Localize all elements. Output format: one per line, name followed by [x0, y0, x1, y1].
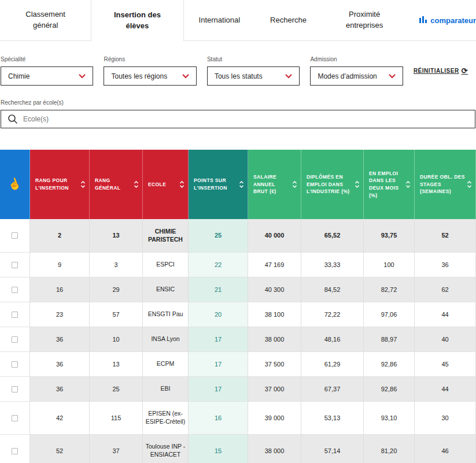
tab-label: Recherche	[270, 15, 307, 26]
cell-industrie: 67,37	[301, 377, 364, 401]
sort-icon	[134, 180, 139, 188]
col-header-rang-general[interactable]: RANG GÉNÉRAL	[90, 150, 143, 219]
table-header: ☝ RANG POUR L'INSERTION RANG GÉNÉRAL ECO…	[0, 150, 476, 219]
col-header-label: DIPLÔMÉS EN EMPLOI DANS L'INDUSTRIE (%)	[307, 173, 353, 195]
col-header-label: DURÉE OBL. DES STAGES (SEMAINES)	[420, 173, 465, 195]
tab-international[interactable]: International	[184, 0, 256, 40]
table-row: 36 10 INSA Lyon 17 38 000 48,16 88,97 40	[0, 327, 476, 352]
select-value: Chimie	[8, 72, 29, 80]
row-select-cell	[0, 435, 30, 463]
col-header-diplomes-industrie[interactable]: DIPLÔMÉS EN EMPLOI DANS L'INDUSTRIE (%)	[301, 150, 364, 219]
cell-rang-general: 3	[90, 253, 143, 277]
cell-deux-mois: 93,75	[364, 219, 415, 252]
cell-industrie: 61,29	[301, 352, 364, 376]
sort-icon	[80, 180, 86, 188]
select-value: Tous les statuts	[215, 72, 263, 80]
cell-deux-mois: 100	[364, 253, 415, 277]
row-checkbox[interactable]	[12, 312, 18, 318]
filter-regions: Régions Toutes les régions	[104, 56, 196, 86]
cell-deux-mois: 92,86	[364, 377, 415, 401]
col-header-emploi-deux-mois[interactable]: EN EMPLOI DANS LES DEUX MOIS (%)	[364, 150, 415, 219]
cell-salaire: 40 000	[248, 219, 301, 252]
regions-select[interactable]: Toutes les régions	[104, 66, 196, 86]
filter-admission: Admission Modes d'admission	[310, 56, 403, 86]
col-header-label: ECOLE	[148, 181, 178, 188]
cell-salaire: 37 500	[248, 352, 301, 376]
sort-icon	[405, 180, 411, 188]
cell-industrie: 72,22	[301, 302, 364, 327]
cell-ecole: INSA Lyon	[143, 327, 189, 351]
cell-deux-mois: 88,97	[364, 327, 415, 351]
tab-recherche[interactable]: Recherche	[255, 0, 322, 40]
row-select-cell	[0, 253, 30, 277]
cell-deux-mois: 82,72	[364, 277, 415, 302]
col-header-duree-stages[interactable]: DURÉE OBL. DES STAGES (SEMAINES)	[415, 150, 476, 219]
col-header-rang-insertion[interactable]: RANG POUR L'INSERTION	[30, 150, 90, 219]
cell-salaire: 40 300	[248, 277, 301, 302]
tab-insertion-des-eleves[interactable]: Insertion des élèves	[91, 0, 183, 41]
cell-ecole: ESPCI	[143, 253, 189, 277]
reset-filters-link[interactable]: RÉINITIALISER ⟳	[414, 66, 468, 75]
row-select-cell	[0, 219, 30, 252]
tab-proximite-entreprises[interactable]: Proximité entreprises	[322, 0, 407, 40]
specialite-select[interactable]: Chimie	[1, 66, 93, 86]
cell-industrie: 33,33	[301, 253, 364, 277]
select-value: Modes d'admission	[318, 72, 377, 80]
cell-salaire: 38 100	[248, 302, 301, 327]
cell-ecole: ENSIC	[143, 277, 189, 302]
cell-industrie: 84,52	[301, 277, 364, 302]
row-checkbox[interactable]	[12, 287, 18, 293]
row-select-cell	[0, 352, 30, 376]
reset-label: RÉINITIALISER	[414, 68, 459, 74]
cell-deux-mois: 97,06	[364, 302, 415, 327]
tab-classement-general[interactable]: Classement général	[0, 0, 91, 40]
cell-stages: 44	[415, 302, 476, 327]
cell-points: 20	[189, 302, 248, 327]
row-checkbox[interactable]	[12, 415, 18, 421]
filter-bar: Spécialité Chimie Régions Toutes les rég…	[1, 56, 468, 86]
filter-label: Statut	[207, 56, 300, 62]
statut-select[interactable]: Tous les statuts	[207, 66, 300, 86]
row-checkbox[interactable]	[12, 386, 18, 392]
search-label: Recherchez par école(s)	[1, 99, 475, 106]
cell-rang-general: 115	[90, 402, 143, 434]
compare-button[interactable]: comparateur	[407, 0, 476, 40]
cell-industrie: 53,13	[301, 402, 364, 434]
cell-salaire: 37 000	[248, 377, 301, 401]
col-header-salaire[interactable]: SALAIRE ANNUEL BRUT (€)	[248, 150, 301, 219]
cell-deux-mois: 81,20	[364, 435, 415, 463]
cell-rang-insertion: 36	[30, 377, 90, 401]
row-checkbox[interactable]	[12, 448, 18, 454]
tab-label: International	[199, 15, 241, 26]
table-row: 52 37 Toulouse INP - ENSIACET 15 38 000 …	[0, 435, 476, 463]
chevron-down-icon	[79, 72, 86, 80]
cell-rang-insertion: 23	[30, 302, 90, 327]
filter-statut: Statut Tous les statuts	[207, 56, 300, 86]
search-input[interactable]	[1, 110, 475, 128]
col-header-points-insertion[interactable]: POINTS SUR L'INSERTION	[189, 150, 248, 219]
admission-select[interactable]: Modes d'admission	[310, 66, 403, 86]
cell-industrie: 57,14	[301, 435, 364, 463]
cell-points: 17	[189, 327, 248, 351]
cell-stages: 45	[415, 352, 476, 376]
filter-specialite: Spécialité Chimie	[1, 56, 93, 86]
cell-points: 25	[189, 219, 248, 252]
col-header-ecole[interactable]: ECOLE	[143, 150, 189, 219]
cell-industrie: 48,16	[301, 327, 364, 351]
sort-icon	[239, 180, 244, 188]
cell-salaire: 38 000	[248, 435, 301, 463]
filter-label: Régions	[104, 56, 196, 62]
cell-stages: 62	[415, 277, 476, 302]
col-header-label: RANG POUR L'INSERTION	[35, 177, 79, 192]
row-checkbox[interactable]	[12, 262, 18, 268]
cell-salaire: 39 000	[248, 402, 301, 434]
row-checkbox[interactable]	[12, 336, 18, 343]
table-row: 2 13 CHIMIE PARISTECH 25 40 000 65,52 93…	[0, 219, 476, 253]
row-checkbox[interactable]	[12, 232, 18, 239]
row-checkbox[interactable]	[12, 361, 18, 368]
chevron-down-icon	[182, 72, 189, 80]
cell-points: 17	[189, 377, 248, 401]
cell-points: 22	[189, 253, 248, 277]
cell-ecole: CHIMIE PARISTECH	[143, 219, 189, 252]
chevron-down-icon	[389, 72, 396, 80]
